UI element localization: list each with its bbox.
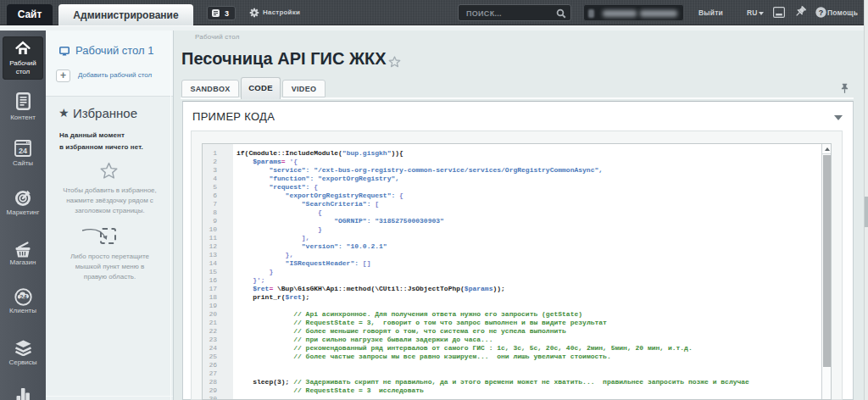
svg-text:24: 24 [19,293,27,301]
svg-text:24: 24 [19,147,27,155]
svg-text:?: ? [819,8,824,17]
